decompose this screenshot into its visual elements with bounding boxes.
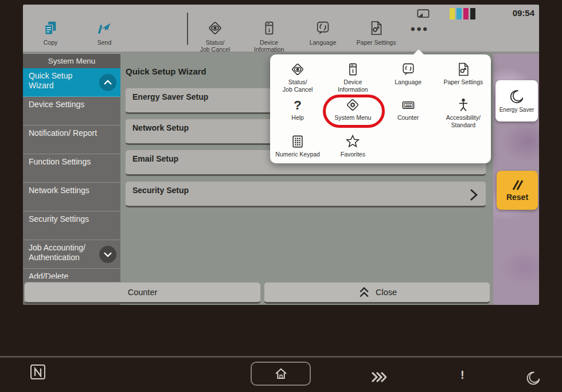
toner-level-cyan — [456, 8, 462, 19]
send-icon — [96, 19, 113, 37]
close-button[interactable]: Close — [264, 282, 490, 304]
status-strip: 09:54 — [413, 7, 539, 21]
svg-text:i: i — [352, 68, 354, 74]
accessibility-icon — [455, 97, 471, 113]
page-title: Quick Setup Wizard — [126, 66, 206, 76]
sidebar-item-quick-setup-wizard[interactable]: Quick Setup Wizard — [23, 68, 120, 97]
device-information-icon: i — [345, 61, 361, 77]
toolbar-language-button[interactable]: Language — [297, 19, 349, 46]
home-button[interactable] — [251, 362, 311, 386]
popup-item-numeric-keypad[interactable]: Numeric Keypad — [270, 132, 325, 164]
toolbar-language-label: Language — [310, 39, 337, 46]
sidebar-item-notification-report[interactable]: Notification/ Report — [23, 126, 120, 154]
toner-level-yellow — [450, 8, 455, 19]
more-menu-popup: Status/ Job Cancel i Device Information … — [270, 54, 491, 163]
sidebar-item-device-settings[interactable]: Device Settings — [23, 97, 120, 126]
popup-item-system-menu[interactable]: System Menu — [325, 96, 380, 132]
toolbar-more-button[interactable]: ••• — [403, 22, 437, 37]
toner-level-black — [470, 8, 475, 19]
fast-forward-indicator-icon — [370, 371, 387, 383]
sidebar-item-security-settings[interactable]: Security Settings — [23, 211, 120, 240]
energy-saver-indicator-moon-icon — [525, 370, 541, 386]
toolbar-copy-button[interactable]: Copy — [25, 19, 76, 46]
moon-icon — [509, 89, 525, 105]
scroll-down-icon[interactable] — [99, 246, 116, 263]
energy-saver-button[interactable]: Energy Saver — [495, 80, 538, 121]
top-toolbar: Copy Send Status/ Job Cancel — [23, 5, 539, 53]
toolbar-send-label: Send — [97, 39, 112, 46]
status-job-cancel-icon — [206, 19, 224, 37]
status-job-cancel-icon — [290, 61, 306, 77]
home-icon — [274, 366, 288, 381]
language-icon — [314, 19, 331, 37]
nfc-icon — [30, 364, 46, 380]
security-setup-button[interactable]: Security Setup — [125, 181, 486, 207]
numeric-keypad-icon — [290, 134, 306, 150]
toolbar-device-information-label: Device Information — [254, 39, 284, 53]
counter-icon: 000 — [400, 97, 416, 113]
reset-button[interactable]: Reset — [497, 171, 538, 210]
system-menu-icon — [345, 97, 361, 113]
svg-text:i: i — [268, 27, 270, 33]
toolbar-copy-label: Copy — [44, 39, 58, 46]
toolbar-paper-settings-label: Paper Settings — [357, 39, 396, 46]
clock: 09:54 — [513, 8, 534, 18]
popup-item-paper-settings[interactable]: Paper Settings — [436, 60, 491, 96]
attention-indicator-icon: ! — [460, 369, 465, 382]
remote-panel-icon — [417, 9, 430, 19]
sidebar-header: System Menu — [23, 54, 120, 68]
copy-icon — [42, 19, 59, 37]
popup-item-language[interactable]: Language — [381, 60, 436, 96]
sidebar-item-add-delete[interactable]: Add/Delete — [23, 269, 120, 279]
reset-slashes-icon — [510, 179, 525, 191]
toolbar-status-job-cancel-label: Status/ Job Cancel — [200, 39, 231, 53]
toolbar-paper-settings-button[interactable]: Paper Settings — [350, 19, 402, 46]
help-icon: ? — [290, 97, 306, 113]
toner-level-magenta — [463, 8, 469, 19]
counter-button[interactable]: Counter — [24, 282, 261, 304]
language-icon — [400, 61, 416, 77]
paper-settings-icon — [455, 61, 471, 77]
bezel-divider — [0, 356, 562, 358]
toolbar-device-information-button[interactable]: i Device Information — [243, 19, 295, 53]
popup-item-help[interactable]: ? Help — [270, 96, 325, 132]
popup-item-favorites[interactable]: Favorites — [325, 132, 380, 164]
sidebar-item-function-settings[interactable]: Function Settings — [23, 154, 120, 183]
paper-settings-icon — [368, 19, 385, 37]
popup-item-counter[interactable]: 000 Counter — [381, 96, 436, 132]
toolbar-status-job-cancel-button[interactable]: Status/ Job Cancel — [189, 19, 241, 53]
reset-label: Reset — [506, 193, 528, 202]
toolbar-send-button[interactable]: Send — [79, 19, 130, 46]
system-menu-sidebar: System Menu Quick Setup Wizard Device Se… — [23, 54, 120, 305]
sidebar-item-network-settings[interactable]: Network Settings — [23, 183, 120, 211]
popup-item-status-job-cancel[interactable]: Status/ Job Cancel — [270, 60, 325, 96]
popup-arrow — [413, 49, 424, 54]
toolbar-divider — [187, 13, 188, 45]
svg-text:000: 000 — [405, 104, 412, 108]
chevron-right-icon — [470, 189, 478, 201]
favorites-star-icon — [345, 134, 361, 150]
scroll-up-icon[interactable] — [99, 74, 116, 91]
device-information-icon: i — [260, 19, 278, 37]
double-chevron-up-icon — [357, 286, 371, 299]
popup-item-accessibility-standard[interactable]: Accessibility/ Standard — [436, 96, 491, 132]
sidebar-item-job-accounting-authentication[interactable]: Job Accounting/ Authentication — [23, 240, 120, 269]
energy-saver-label: Energy Saver — [499, 107, 534, 113]
svg-text:?: ? — [294, 97, 302, 112]
touchscreen: Copy Send Status/ Job Cancel — [23, 5, 539, 305]
popup-item-device-information[interactable]: i Device Information — [325, 60, 380, 96]
